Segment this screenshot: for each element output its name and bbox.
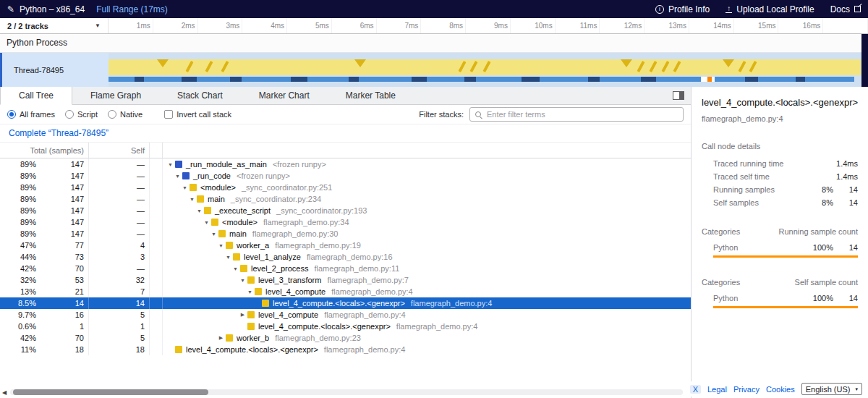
- detail-label: Self samples: [713, 198, 804, 207]
- radio-native[interactable]: Native: [108, 110, 142, 119]
- sidebar-toggle-icon[interactable]: [673, 91, 684, 100]
- table-row[interactable]: 8.5%1414level_4_compute.<locals>.<genexp…: [0, 297, 691, 309]
- twisty-icon[interactable]: ▼: [209, 232, 218, 237]
- marker-slash-icon[interactable]: [186, 61, 194, 72]
- tree-cell: ▼_run_module_as_main<frozen runpy>: [163, 158, 691, 170]
- marker-triangle-icon[interactable]: [723, 59, 734, 67]
- marker-slash-icon[interactable]: [470, 61, 478, 72]
- twisty-icon[interactable]: ▼: [245, 289, 255, 295]
- full-range-button[interactable]: Full Range (17ms): [96, 4, 168, 14]
- twisty-icon[interactable]: ▼: [180, 185, 190, 190]
- marker-slash-icon[interactable]: [458, 61, 466, 72]
- table-row[interactable]: 89%147—▼<module>_sync_coordinator.py:251: [0, 182, 691, 193]
- table-row[interactable]: 47%774▼worker_aflamegraph_demo.py:19: [0, 240, 691, 251]
- function-name: _run_module_as_main: [186, 160, 267, 169]
- tracks-dropdown[interactable]: 2 / 2 tracks ▼: [0, 18, 109, 33]
- tab-call-tree[interactable]: Call Tree: [0, 87, 72, 105]
- horizontal-scrollbar[interactable]: [10, 389, 683, 395]
- twisty-icon[interactable]: ▶: [238, 312, 247, 318]
- footer-link-legal[interactable]: Legal: [707, 385, 727, 394]
- marker-slash-icon[interactable]: [673, 61, 681, 72]
- thread-track-canvas[interactable]: [109, 53, 868, 87]
- footer-close-button[interactable]: X: [690, 385, 701, 394]
- radio-script[interactable]: Script: [65, 110, 98, 119]
- twisty-icon[interactable]: ▼: [187, 197, 197, 202]
- tab-flame-graph[interactable]: Flame Graph: [72, 87, 159, 104]
- sample-segment: [715, 77, 745, 82]
- table-row[interactable]: 13%217▼level_4_computeflamegraph_demo.py…: [0, 286, 691, 297]
- total-samples: 147: [36, 183, 88, 192]
- table-row[interactable]: 89%147—▼_execute_script_sync_coordinator…: [0, 205, 691, 216]
- table-row[interactable]: 42%705▶worker_bflamegraph_demo.py:23: [0, 332, 691, 344]
- category-bar: [713, 306, 858, 308]
- marker-triangle-icon[interactable]: [157, 59, 169, 67]
- sample-count-label: Self sample count: [795, 278, 858, 287]
- table-row[interactable]: 9.7%165▶level_4_computeflamegraph_demo.p…: [0, 309, 691, 321]
- upload-local-profile-button[interactable]: ↑ Upload Local Profile: [726, 4, 814, 14]
- table-row[interactable]: 89%147—▼main_sync_coordinator.py:234: [0, 193, 691, 205]
- radio-all-frames[interactable]: All frames: [7, 110, 55, 119]
- file-location: _sync_coordinator.py:234: [231, 195, 321, 203]
- twisty-icon[interactable]: ▼: [224, 255, 233, 260]
- tab-stack-chart[interactable]: Stack Chart: [159, 87, 241, 104]
- process-track-header[interactable]: Python Process: [0, 34, 868, 53]
- marker-slash-icon[interactable]: [661, 61, 669, 72]
- marker-slash-icon[interactable]: [637, 61, 645, 72]
- twisty-icon[interactable]: ▼: [166, 162, 175, 167]
- marker-slash-icon[interactable]: [749, 61, 757, 72]
- twisty-icon[interactable]: ▶: [216, 335, 226, 341]
- table-row[interactable]: 0.6%11level_4_compute.<locals>.<genexpr>…: [0, 321, 691, 332]
- tree-cell: ▼main_sync_coordinator.py:234: [163, 193, 691, 205]
- footer-link-privacy[interactable]: Privacy: [733, 385, 760, 394]
- twisty-icon[interactable]: ▼: [202, 220, 211, 225]
- marker-slash-icon[interactable]: [205, 61, 213, 72]
- breadcrumb-complete-thread[interactable]: Complete “Thread-78495”: [9, 128, 109, 138]
- language-select[interactable]: English (US) ▾: [801, 383, 862, 395]
- twisty-icon[interactable]: ▼: [195, 208, 204, 213]
- table-row[interactable]: 89%147—▼mainflamegraph_demo.py:30: [0, 228, 691, 240]
- invert-call-stack-checkbox[interactable]: Invert call stack: [164, 110, 231, 119]
- file-location: _sync_coordinator.py:251: [242, 183, 332, 192]
- sample-segment: [109, 77, 135, 82]
- marker-slash-icon[interactable]: [483, 61, 491, 72]
- scrollbar-thumb[interactable]: [13, 389, 208, 395]
- table-row[interactable]: 89%147—▼_run_code<frozen runpy>: [0, 170, 691, 182]
- scroll-left-icon[interactable]: ◀: [2, 389, 7, 396]
- twisty-icon[interactable]: ▼: [216, 243, 226, 248]
- table-row[interactable]: 89%147—▼<module>flamegraph_demo.py:34: [0, 216, 691, 228]
- tab-marker-table[interactable]: Marker Table: [328, 87, 414, 104]
- self-samples: —: [89, 263, 150, 274]
- column-header-self[interactable]: Self: [89, 143, 150, 158]
- sample-segment: [230, 77, 242, 82]
- timeline-tick: 2ms: [153, 18, 198, 33]
- table-row[interactable]: 11%1818level_4_compute.<locals>.<genexpr…: [0, 344, 691, 355]
- marker-slash-icon[interactable]: [221, 61, 229, 72]
- category-row: Python100%14: [702, 243, 858, 258]
- footer-link-cookies[interactable]: Cookies: [766, 385, 795, 394]
- total-cell: 47%77: [0, 240, 89, 251]
- twisty-icon[interactable]: ▼: [238, 278, 247, 283]
- table-row[interactable]: 42%70—▼level_2_processflamegraph_demo.py…: [0, 263, 691, 274]
- radio-label: All frames: [20, 110, 55, 119]
- thread-track-label[interactable]: Thread-78495: [0, 53, 109, 87]
- column-header-total[interactable]: Total (samples): [0, 143, 89, 158]
- radio-label: Native: [120, 110, 142, 119]
- marker-triangle-icon[interactable]: [354, 59, 366, 67]
- marker-slash-icon[interactable]: [738, 61, 746, 72]
- tab-marker-chart[interactable]: Marker Chart: [241, 87, 328, 104]
- marker-triangle-icon[interactable]: [621, 59, 632, 67]
- file-location: flamegraph_demo.py:34: [263, 218, 349, 226]
- tree-cell: ▼<module>flamegraph_demo.py:34: [163, 216, 691, 228]
- table-row[interactable]: 32%5332▼level_3_transformflamegraph_demo…: [0, 274, 691, 286]
- profile-name[interactable]: ✎ Python – x86_64: [7, 4, 85, 14]
- category-value: 14: [833, 243, 858, 252]
- radio-icon: [108, 110, 116, 119]
- docs-button[interactable]: Docs: [830, 4, 861, 14]
- table-row[interactable]: 89%147—▼_run_module_as_main<frozen runpy…: [0, 158, 691, 170]
- filter-input[interactable]: [487, 110, 678, 119]
- table-row[interactable]: 44%733▼level_1_analyzeflamegraph_demo.py…: [0, 251, 691, 263]
- marker-slash-icon[interactable]: [649, 61, 657, 72]
- twisty-icon[interactable]: ▼: [231, 266, 240, 271]
- profile-info-button[interactable]: i Profile Info: [655, 4, 710, 14]
- twisty-icon[interactable]: ▼: [173, 174, 182, 179]
